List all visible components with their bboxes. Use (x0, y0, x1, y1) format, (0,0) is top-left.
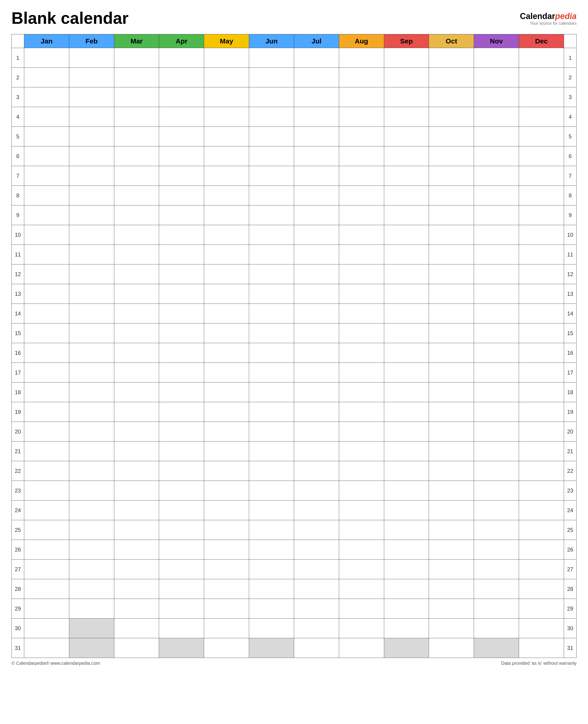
day-cell-27-jul[interactable] (294, 560, 339, 579)
day-cell-23-sep[interactable] (384, 481, 429, 501)
day-cell-12-may[interactable] (204, 264, 249, 284)
day-cell-30-aug[interactable] (339, 619, 384, 638)
day-cell-1-apr[interactable] (159, 48, 204, 68)
day-cell-13-oct[interactable] (429, 284, 474, 304)
day-cell-10-oct[interactable] (429, 225, 474, 245)
day-cell-20-sep[interactable] (384, 422, 429, 442)
day-cell-4-jan[interactable] (24, 107, 69, 127)
day-cell-25-sep[interactable] (384, 520, 429, 540)
day-cell-18-apr[interactable] (159, 382, 204, 402)
day-cell-25-dec[interactable] (519, 520, 564, 540)
day-cell-27-feb[interactable] (69, 560, 114, 579)
day-cell-23-feb[interactable] (69, 481, 114, 501)
day-cell-20-oct[interactable] (429, 422, 474, 442)
day-cell-15-sep[interactable] (384, 323, 429, 343)
day-cell-7-aug[interactable] (339, 166, 384, 186)
day-cell-8-feb[interactable] (69, 186, 114, 205)
day-cell-7-dec[interactable] (519, 166, 564, 186)
day-cell-7-apr[interactable] (159, 166, 204, 186)
day-cell-8-oct[interactable] (429, 186, 474, 205)
day-cell-5-aug[interactable] (339, 127, 384, 146)
day-cell-2-nov[interactable] (474, 68, 519, 87)
day-cell-11-may[interactable] (204, 245, 249, 264)
day-cell-3-oct[interactable] (429, 87, 474, 107)
day-cell-21-sep[interactable] (384, 442, 429, 461)
day-cell-31-jul[interactable] (294, 638, 339, 658)
day-cell-9-nov[interactable] (474, 205, 519, 225)
day-cell-15-feb[interactable] (69, 323, 114, 343)
day-cell-6-may[interactable] (204, 146, 249, 166)
day-cell-16-jul[interactable] (294, 343, 339, 363)
day-cell-6-dec[interactable] (519, 146, 564, 166)
day-cell-23-mar[interactable] (114, 481, 159, 501)
day-cell-9-oct[interactable] (429, 205, 474, 225)
day-cell-12-jul[interactable] (294, 264, 339, 284)
day-cell-3-aug[interactable] (339, 87, 384, 107)
day-cell-19-sep[interactable] (384, 402, 429, 422)
day-cell-23-apr[interactable] (159, 481, 204, 501)
day-cell-3-feb[interactable] (69, 87, 114, 107)
day-cell-25-apr[interactable] (159, 520, 204, 540)
day-cell-12-jan[interactable] (24, 264, 69, 284)
day-cell-12-apr[interactable] (159, 264, 204, 284)
day-cell-9-may[interactable] (204, 205, 249, 225)
day-cell-4-may[interactable] (204, 107, 249, 127)
day-cell-22-jun[interactable] (249, 461, 294, 481)
day-cell-3-mar[interactable] (114, 87, 159, 107)
day-cell-18-mar[interactable] (114, 382, 159, 402)
day-cell-18-aug[interactable] (339, 382, 384, 402)
day-cell-3-jun[interactable] (249, 87, 294, 107)
day-cell-12-oct[interactable] (429, 264, 474, 284)
day-cell-20-mar[interactable] (114, 422, 159, 442)
day-cell-29-feb[interactable] (69, 599, 114, 619)
day-cell-1-jul[interactable] (294, 48, 339, 68)
day-cell-17-may[interactable] (204, 363, 249, 382)
day-cell-19-apr[interactable] (159, 402, 204, 422)
day-cell-21-nov[interactable] (474, 442, 519, 461)
day-cell-19-feb[interactable] (69, 402, 114, 422)
day-cell-14-mar[interactable] (114, 304, 159, 323)
day-cell-18-feb[interactable] (69, 382, 114, 402)
day-cell-26-mar[interactable] (114, 540, 159, 560)
day-cell-3-dec[interactable] (519, 87, 564, 107)
day-cell-20-jan[interactable] (24, 422, 69, 442)
day-cell-15-jul[interactable] (294, 323, 339, 343)
day-cell-2-feb[interactable] (69, 68, 114, 87)
day-cell-30-apr[interactable] (159, 619, 204, 638)
day-cell-6-jan[interactable] (24, 146, 69, 166)
day-cell-9-jan[interactable] (24, 205, 69, 225)
day-cell-24-apr[interactable] (159, 501, 204, 520)
day-cell-12-dec[interactable] (519, 264, 564, 284)
day-cell-9-aug[interactable] (339, 205, 384, 225)
day-cell-24-jul[interactable] (294, 501, 339, 520)
day-cell-6-feb[interactable] (69, 146, 114, 166)
day-cell-29-dec[interactable] (519, 599, 564, 619)
day-cell-22-mar[interactable] (114, 461, 159, 481)
day-cell-22-sep[interactable] (384, 461, 429, 481)
day-cell-2-apr[interactable] (159, 68, 204, 87)
day-cell-8-nov[interactable] (474, 186, 519, 205)
day-cell-29-apr[interactable] (159, 599, 204, 619)
day-cell-2-dec[interactable] (519, 68, 564, 87)
day-cell-25-nov[interactable] (474, 520, 519, 540)
day-cell-1-nov[interactable] (474, 48, 519, 68)
day-cell-6-oct[interactable] (429, 146, 474, 166)
day-cell-13-dec[interactable] (519, 284, 564, 304)
day-cell-30-sep[interactable] (384, 619, 429, 638)
day-cell-1-dec[interactable] (519, 48, 564, 68)
day-cell-29-jan[interactable] (24, 599, 69, 619)
day-cell-31-jan[interactable] (24, 638, 69, 658)
day-cell-14-jan[interactable] (24, 304, 69, 323)
day-cell-18-nov[interactable] (474, 382, 519, 402)
day-cell-8-may[interactable] (204, 186, 249, 205)
day-cell-7-sep[interactable] (384, 166, 429, 186)
day-cell-13-sep[interactable] (384, 284, 429, 304)
day-cell-6-jul[interactable] (294, 146, 339, 166)
day-cell-23-aug[interactable] (339, 481, 384, 501)
day-cell-25-mar[interactable] (114, 520, 159, 540)
day-cell-4-sep[interactable] (384, 107, 429, 127)
day-cell-7-jun[interactable] (249, 166, 294, 186)
day-cell-6-jun[interactable] (249, 146, 294, 166)
day-cell-10-nov[interactable] (474, 225, 519, 245)
day-cell-30-oct[interactable] (429, 619, 474, 638)
